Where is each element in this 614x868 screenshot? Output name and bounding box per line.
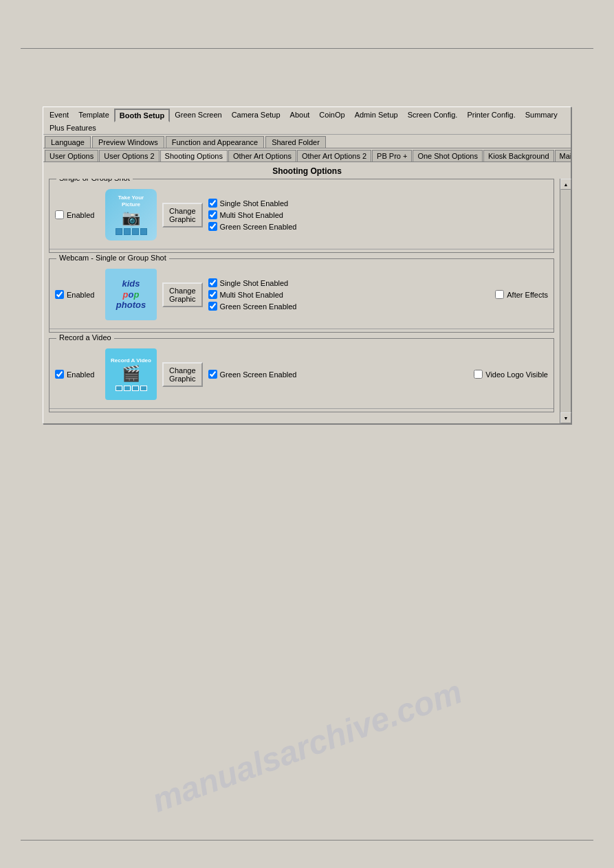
enabled-checkbox-webcam-single-group[interactable]: Enabled xyxy=(55,290,100,299)
scrollbar[interactable]: ▲ ▼ xyxy=(560,179,571,423)
graphic-webcam-single-group: kidspopphotos xyxy=(105,269,157,320)
graphic-single-group-shot: Take YourPicture 📷 xyxy=(105,189,157,241)
tab2-user-options[interactable]: User Options xyxy=(45,150,98,162)
graphic-record-video: Record A Video 🎬 xyxy=(105,348,157,400)
tab2-user-options-2[interactable]: User Options 2 xyxy=(99,150,159,162)
tab1-language[interactable]: Language xyxy=(45,136,91,148)
menu-item-event[interactable]: Event xyxy=(45,109,74,122)
section-title-webcam-single-group: Webcam - Single or Group Shot xyxy=(56,254,169,262)
main-window: EventTemplateBooth SetupGreen ScreenCame… xyxy=(43,107,571,424)
option-checkbox-single-group-shot-2[interactable]: Green Screen Enabled xyxy=(208,222,548,231)
extra-option-record-video-0[interactable]: Video Logo Visible xyxy=(474,370,548,379)
menu-item-booth-setup[interactable]: Booth Setup xyxy=(114,109,170,122)
menu-item-template[interactable]: Template xyxy=(74,109,114,122)
tab2-shooting-options[interactable]: Shooting Options xyxy=(160,150,228,162)
section-webcam-single-group: Webcam - Single or Group ShotEnabled kid… xyxy=(49,258,554,333)
content-outer: Shooting Options Single or Group ShotEna… xyxy=(43,162,571,423)
menu-item-plus-features[interactable]: Plus Features xyxy=(45,122,101,134)
tab2-main-screen-layout[interactable]: Main Screen Layout xyxy=(555,150,571,162)
tab1-shared-folder[interactable]: Shared Folder xyxy=(265,136,326,148)
section-title-record-video: Record a Video xyxy=(56,333,114,342)
scroll-track xyxy=(560,190,571,412)
scrollable-inner: Single or Group ShotEnabled Take YourPic… xyxy=(43,179,560,423)
menu-item-about[interactable]: About xyxy=(285,109,315,122)
content-with-scroll: Single or Group ShotEnabled Take YourPic… xyxy=(43,179,571,423)
tab1-function-and-appearance[interactable]: Function and Appearance xyxy=(166,136,264,148)
section-title-single-group-shot: Single or Group Shot xyxy=(56,179,133,182)
tab1-preview-windows[interactable]: Preview Windows xyxy=(92,136,164,148)
change-graphic-button-single-group-shot[interactable]: ChangeGraphic xyxy=(162,203,203,227)
tabs-row1: LanguagePreview WindowsFunction and Appe… xyxy=(43,135,571,148)
menu-item-printer-config.[interactable]: Printer Config. xyxy=(462,109,520,122)
option-checkbox-webcam-single-group-0[interactable]: Single Shot Enabled xyxy=(208,278,479,287)
page-container: EventTemplateBooth SetupGreen ScreenCame… xyxy=(0,0,614,868)
section-record-video: Record a VideoEnabled Record A Video 🎬 C… xyxy=(49,338,554,412)
change-graphic-button-record-video[interactable]: ChangeGraphic xyxy=(162,362,203,387)
content-title: Shooting Options xyxy=(43,162,571,179)
extra-options-record-video: Video Logo Visible xyxy=(474,370,548,379)
menubar-row1: EventTemplateBooth SetupGreen ScreenCame… xyxy=(43,107,571,135)
extra-options-webcam-single-group: After Effects xyxy=(495,290,548,299)
tab2-pb-pro-+[interactable]: PB Pro + xyxy=(372,150,412,162)
tab2-kiosk-background[interactable]: Kiosk Background xyxy=(483,150,554,162)
option-checkbox-single-group-shot-1[interactable]: Multi Shot Enabled xyxy=(208,210,548,219)
options-col-webcam-single-group: Single Shot EnabledMulti Shot EnabledGre… xyxy=(208,278,479,311)
option-checkbox-webcam-single-group-2[interactable]: Green Screen Enabled xyxy=(208,302,479,311)
option-checkbox-webcam-single-group-1[interactable]: Multi Shot Enabled xyxy=(208,290,479,299)
bottom-border xyxy=(21,840,593,841)
menu-item-screen-config.[interactable]: Screen Config. xyxy=(403,109,463,122)
tab2-one-shot-options[interactable]: One Shot Options xyxy=(413,150,482,162)
enabled-checkbox-record-video[interactable]: Enabled xyxy=(55,370,100,379)
extra-option-webcam-single-group-0[interactable]: After Effects xyxy=(495,290,548,299)
option-checkbox-single-group-shot-0[interactable]: Single Shot Enabled xyxy=(208,199,548,208)
tab2-other-art-options[interactable]: Other Art Options xyxy=(228,150,296,162)
menu-item-summary[interactable]: Summary xyxy=(520,109,562,122)
section-single-group-shot: Single or Group ShotEnabled Take YourPic… xyxy=(49,179,554,253)
top-border xyxy=(21,48,593,49)
tab2-other-art-options-2[interactable]: Other Art Options 2 xyxy=(297,150,371,162)
option-checkbox-record-video-0[interactable]: Green Screen Enabled xyxy=(208,370,458,379)
options-col-record-video: Green Screen Enabled xyxy=(208,370,458,379)
menu-item-camera-setup[interactable]: Camera Setup xyxy=(227,109,285,122)
enabled-checkbox-single-group-shot[interactable]: Enabled xyxy=(55,210,100,219)
watermark: manualsarchive.com xyxy=(12,623,602,868)
change-graphic-button-webcam-single-group[interactable]: ChangeGraphic xyxy=(162,282,203,307)
scroll-up-button[interactable]: ▲ xyxy=(560,179,571,190)
scroll-down-button[interactable]: ▼ xyxy=(560,412,571,423)
menu-item-green-screen[interactable]: Green Screen xyxy=(170,109,226,122)
menu-item-admin-setup[interactable]: Admin Setup xyxy=(350,109,403,122)
tabs-row2: User OptionsUser Options 2Shooting Optio… xyxy=(43,148,571,162)
menu-item-coinop[interactable]: CoinOp xyxy=(314,109,349,122)
options-col-single-group-shot: Single Shot EnabledMulti Shot EnabledGre… xyxy=(208,199,548,231)
